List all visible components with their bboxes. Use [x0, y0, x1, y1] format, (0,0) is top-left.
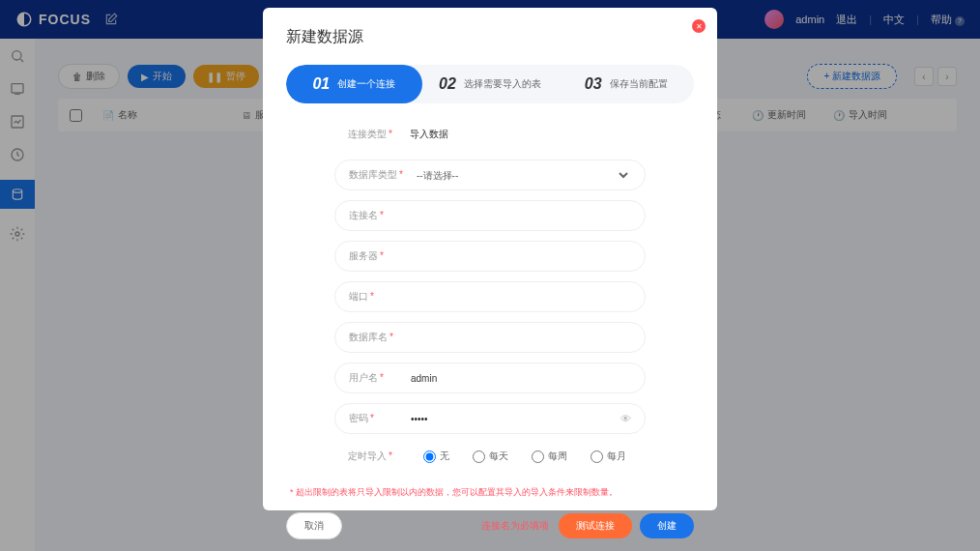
schedule-monthly[interactable]: 每月 — [591, 450, 626, 463]
modal-actions: 取消 连接名为必填项 测试连接 创建 — [286, 512, 694, 539]
db-type-select[interactable]: --请选择-- — [413, 169, 631, 182]
step-indicator: 01创建一个连接 02选择需要导入的表 03保存当前配置 — [286, 65, 694, 103]
db-type-field[interactable]: 数据库类型* --请选择-- — [334, 160, 646, 190]
close-icon[interactable]: ✕ — [692, 19, 706, 33]
password-input[interactable] — [411, 414, 611, 424]
conn-type-field: 连接类型* 导入数据 — [334, 119, 646, 150]
server-input[interactable] — [411, 251, 631, 262]
schedule-daily[interactable]: 每天 — [473, 450, 508, 463]
port-field[interactable]: 端口* — [334, 281, 646, 312]
schedule-field: 定时导入* 无 每天 每周 每月 — [334, 444, 646, 469]
password-field[interactable]: 密码* 👁 — [334, 403, 646, 434]
step-1[interactable]: 01创建一个连接 — [286, 65, 422, 103]
cancel-button[interactable]: 取消 — [286, 512, 342, 539]
conn-name-input[interactable] — [411, 211, 631, 221]
test-connection-button[interactable]: 测试连接 — [559, 513, 632, 538]
username-field[interactable]: 用户名* — [334, 362, 646, 393]
step-3[interactable]: 03保存当前配置 — [558, 65, 694, 103]
dbname-input[interactable] — [411, 333, 631, 343]
create-button[interactable]: 创建 — [640, 513, 694, 538]
username-input[interactable] — [411, 373, 631, 384]
modal-overlay: ✕ 新建数据源 01创建一个连接 02选择需要导入的表 03保存当前配置 连接类… — [0, 0, 980, 551]
eye-icon[interactable]: 👁 — [620, 413, 631, 424]
hint-text: * 超出限制的表将只导入限制以内的数据，您可以配置其导入的导入条件来限制数量。 — [286, 486, 694, 499]
form: 连接类型* 导入数据 数据库类型* --请选择-- 连接名* 服务器* 端口* … — [286, 119, 694, 469]
modal-title: 新建数据源 — [286, 27, 694, 47]
new-datasource-modal: ✕ 新建数据源 01创建一个连接 02选择需要导入的表 03保存当前配置 连接类… — [263, 8, 717, 510]
dbname-field[interactable]: 数据库名* — [334, 322, 646, 353]
port-input[interactable] — [411, 292, 631, 303]
conn-name-field[interactable]: 连接名* — [334, 200, 646, 231]
schedule-none[interactable]: 无 — [423, 450, 449, 463]
error-message: 连接名为必填项 — [481, 519, 549, 533]
step-2[interactable]: 02选择需要导入的表 — [422, 65, 559, 103]
schedule-weekly[interactable]: 每周 — [532, 450, 567, 463]
conn-type-value: 导入数据 — [410, 128, 632, 141]
server-field[interactable]: 服务器* — [334, 241, 646, 272]
